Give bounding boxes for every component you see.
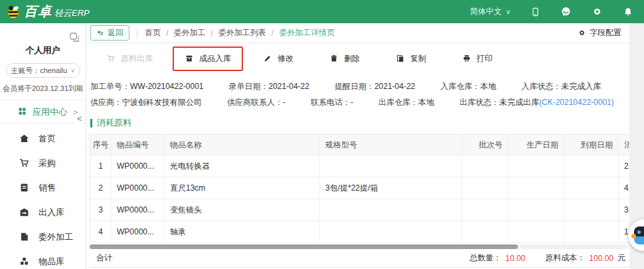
cell-batch bbox=[462, 199, 509, 221]
sidebar-item-outsourcing[interactable]: 委外加工 bbox=[0, 224, 86, 249]
order-info: 加工单号：WW-20210422-0001 录单日期：2021-04-22 提醒… bbox=[86, 74, 629, 109]
product-inbound-button[interactable]: 成品入库 bbox=[174, 48, 242, 70]
sidebar-item-inout-warehouse[interactable]: 出入库 bbox=[0, 200, 86, 224]
cell-qty: 4.00 bbox=[619, 177, 629, 199]
cell-item-name: 直尺13cm bbox=[165, 177, 320, 199]
cell-seq: 2 bbox=[90, 177, 112, 199]
cell-exp-date bbox=[564, 177, 619, 199]
sidebar-item-purchase[interactable]: 采购 bbox=[0, 151, 86, 175]
table-header-row: 序号 物品编号 物品名称 规格型号 批次号 生产日期 到期日期 消耗数量 bbox=[90, 135, 629, 155]
sidebar-item-sales[interactable]: 销售 bbox=[0, 175, 86, 200]
supplier: 供应商：宁波创科发技有限公司 bbox=[90, 96, 202, 109]
language-selector[interactable]: 简体中文 ∨ bbox=[470, 6, 511, 17]
account-select[interactable]: 主账号：chenailu ∨ bbox=[6, 63, 80, 78]
logo-product-text: 轻云ERP bbox=[54, 7, 90, 19]
field-config-button[interactable]: 字段配置 bbox=[578, 27, 621, 39]
total-qty-value: 10.00 bbox=[505, 254, 525, 263]
sidebar-menu: 首页 采购 销售 出入库 委外加工 bbox=[0, 126, 86, 269]
breadcrumb-home[interactable]: 首页 bbox=[145, 27, 161, 39]
breadcrumb-outsourcing-list[interactable]: 委外加工列表 bbox=[218, 27, 266, 39]
chevron-down-icon: ∨ bbox=[70, 67, 75, 74]
order-info-row-2: 供应商：宁波创科发技有限公司 供应商联系人：- 联系电话：- 出库仓库：本地 出… bbox=[90, 96, 623, 109]
table-row: 2 WP0000... 直尺13cm 3包/提*22提/箱 4.00 bbox=[90, 177, 629, 199]
app-center-label: 应用中心 bbox=[33, 106, 67, 118]
membership-expiry-notice: 会员将于2023.12.31到期 bbox=[0, 84, 86, 101]
inbound-status: 入库状态：未完成入库 bbox=[521, 80, 601, 93]
print-button[interactable]: 打印 bbox=[451, 48, 503, 70]
outbound-order-link[interactable]: (CK-20210422-0001) bbox=[539, 98, 614, 107]
cell-item-name: 轴承 bbox=[165, 221, 320, 242]
section-title-label: 消耗原料 bbox=[97, 117, 131, 129]
outbound-warehouse: 出库仓库：本地 bbox=[378, 96, 434, 109]
cell-exp-date bbox=[564, 221, 619, 242]
logo-brand-text: 百卓 bbox=[24, 3, 52, 21]
horizontal-scrollbar-track bbox=[90, 244, 627, 249]
delete-label: 删除 bbox=[344, 53, 360, 64]
table-row: 1 WP0000... 光电转换器 2.00 bbox=[90, 155, 629, 177]
separator: / bbox=[210, 29, 212, 38]
cell-item-code: WP0000... bbox=[112, 199, 165, 221]
user-type-label: 个人用户 bbox=[0, 45, 86, 56]
cell-qty: 3.00 bbox=[619, 199, 629, 221]
inbound-warehouse: 入库仓库：本地 bbox=[440, 80, 496, 93]
gear-icon[interactable] bbox=[592, 6, 603, 17]
back-button[interactable]: 返回 bbox=[90, 25, 129, 41]
materials-table: 序号 物品编号 物品名称 规格型号 批次号 生产日期 到期日期 消耗数量 1 W… bbox=[90, 134, 629, 243]
col-batch: 批次号 bbox=[462, 135, 509, 155]
cell-item-code: WP0000... bbox=[112, 155, 165, 177]
home-icon bbox=[19, 133, 30, 144]
sidebar-item-home[interactable]: 首页 bbox=[0, 126, 86, 151]
customer-service-icon[interactable] bbox=[560, 6, 572, 17]
order-number: 加工单号：WW-20210422-0001 bbox=[90, 80, 204, 93]
separator: / bbox=[166, 29, 168, 38]
mobile-app-icon[interactable] bbox=[530, 7, 540, 17]
trash-icon bbox=[329, 54, 339, 63]
sidebar-item-label: 销售 bbox=[39, 182, 56, 194]
account-select-label: 主账号：chenailu bbox=[11, 66, 67, 76]
divider: | bbox=[136, 29, 138, 38]
sidebar-item-app-center[interactable]: 应用中心 > bbox=[0, 101, 86, 124]
cell-batch bbox=[462, 155, 509, 177]
copy-button[interactable]: 复制 bbox=[385, 48, 437, 70]
language-label: 简体中文 bbox=[470, 6, 502, 17]
breadcrumb: 返回 | 首页 / 委外加工 / 委外加工列表 / 委外加工详情页 字段配置 bbox=[86, 23, 629, 43]
layout-switch-icon[interactable] bbox=[68, 31, 80, 45]
cell-batch bbox=[462, 177, 509, 199]
section-title: 消耗原料 bbox=[90, 117, 629, 129]
col-spec: 规格型号 bbox=[320, 135, 462, 155]
edit-button[interactable]: 修改 bbox=[252, 48, 304, 70]
material-cost-label: 原料成本： bbox=[545, 252, 585, 264]
cell-item-code: WP0000... bbox=[112, 221, 165, 242]
main-content: 返回 | 首页 / 委外加工 / 委外加工列表 / 委外加工详情页 字段配置 原… bbox=[86, 23, 629, 269]
sidebar-collapse-handle[interactable]: < bbox=[75, 113, 84, 125]
cubes-icon bbox=[19, 256, 30, 267]
cell-item-code: WP0000... bbox=[112, 177, 165, 199]
separator: / bbox=[272, 29, 274, 38]
printer-icon bbox=[462, 54, 471, 63]
cell-prod-date bbox=[509, 199, 564, 221]
material-outbound-label: 原料出库 bbox=[121, 53, 153, 64]
support-robot-widget[interactable] bbox=[628, 219, 644, 251]
box-icon bbox=[185, 54, 194, 63]
breadcrumb-outsourcing[interactable]: 委外加工 bbox=[173, 27, 205, 39]
cell-prod-date bbox=[509, 155, 564, 177]
table-row: 4 WP0000... 轴承 1.00 bbox=[90, 221, 629, 243]
material-cost-value: 100.00 bbox=[589, 254, 613, 263]
bell-icon[interactable] bbox=[623, 7, 633, 17]
sidebar-item-items-library[interactable]: 物品库 bbox=[0, 249, 86, 269]
col-qty: 消耗数量 bbox=[619, 135, 629, 155]
file-icon bbox=[19, 231, 30, 242]
cell-qty: 2.00 bbox=[619, 155, 629, 177]
delete-button[interactable]: 删除 bbox=[319, 48, 370, 70]
sales-doc-icon bbox=[19, 182, 30, 193]
total-qty-label: 总数量： bbox=[469, 252, 501, 264]
sidebar-item-label: 出入库 bbox=[39, 207, 64, 219]
col-exp-date: 到期日期 bbox=[564, 135, 619, 155]
col-item-code: 物品编号 bbox=[112, 135, 165, 155]
material-cost-unit: 元 bbox=[617, 252, 625, 264]
cell-spec bbox=[320, 155, 462, 177]
sidebar: 个人用户 主账号：chenailu ∨ 会员将于2023.12.31到期 应用中… bbox=[0, 23, 86, 269]
sidebar-item-label: 委外加工 bbox=[39, 231, 73, 243]
table-footer: 合计 总数量： 10.00 原料成本： 100.00 元 bbox=[90, 249, 629, 268]
horizontal-scrollbar-thumb[interactable] bbox=[90, 244, 518, 249]
